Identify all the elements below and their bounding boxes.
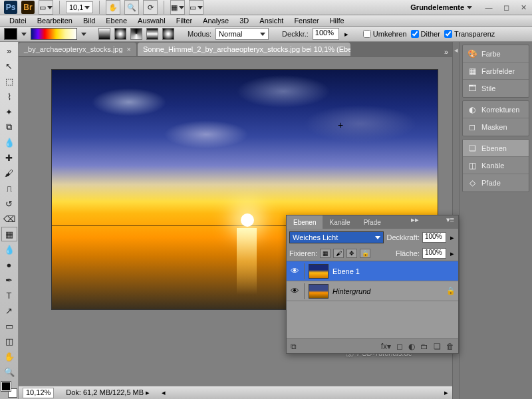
blend-mode-select[interactable]: Normal (215, 28, 269, 40)
gradient-angle[interactable] (130, 28, 142, 40)
adjustment-layer-icon[interactable]: ◐ (408, 342, 415, 351)
reverse-checkbox[interactable]: Umkehren (363, 30, 407, 38)
type-tool[interactable]: T (1, 288, 17, 303)
lock-position-icon[interactable]: ✥ (346, 249, 357, 258)
panel-pfade[interactable]: ◇Pfade (463, 174, 529, 192)
tool-preset-picker[interactable] (4, 28, 17, 40)
crop-tool[interactable]: ⧉ (1, 120, 17, 134)
lasso-tool[interactable]: ⌇ (1, 89, 17, 104)
delete-layer-icon[interactable]: 🗑 (446, 342, 454, 351)
menu-fenster[interactable]: Fenster (289, 17, 324, 25)
layers-tab-pfade[interactable]: Pfade (357, 215, 388, 229)
visibility-toggle-icon[interactable]: 👁 (289, 266, 300, 277)
layer-thumbnail[interactable] (309, 284, 329, 299)
opacity-flyout[interactable]: ▸ (343, 29, 350, 39)
layer-mask-icon[interactable]: ◻ (396, 342, 403, 351)
rotate-view-shortcut[interactable]: ⟳ (143, 0, 158, 15)
tool-preset-arrow[interactable] (21, 33, 27, 36)
layer-row-1[interactable]: 👁 Ebene 1 (287, 261, 458, 281)
layer-opacity-field[interactable]: 100% (422, 232, 446, 243)
move-tool[interactable]: ↖ (1, 59, 17, 73)
panel-stile[interactable]: 🗔Stile (463, 80, 529, 97)
panel-farbe[interactable]: 🎨Farbe (463, 45, 529, 63)
tab-nav-arrows[interactable]: » (440, 48, 452, 56)
panel-masken[interactable]: ◻Masken (463, 118, 529, 136)
window-close[interactable]: ✕ (519, 3, 528, 12)
gradient-reflected[interactable] (146, 28, 158, 40)
lock-all-icon[interactable]: 🔒 (360, 249, 370, 258)
screen-mode-dropdown[interactable]: ▭ (189, 0, 203, 15)
pen-tool[interactable]: ✒ (1, 273, 17, 287)
dither-checkbox[interactable]: Dither (411, 30, 440, 38)
zoom-field[interactable]: 10,1 (66, 1, 93, 13)
hand-tool[interactable]: ✋ (1, 349, 17, 364)
dodge-tool[interactable]: ● (1, 257, 17, 272)
layers-tab-ebenen[interactable]: Ebenen (287, 215, 323, 229)
close-tab-icon[interactable]: × (127, 45, 131, 53)
status-scroll-left[interactable]: ◂ (162, 388, 166, 397)
shape-tool[interactable]: ▭ (1, 319, 17, 333)
layer-fill-field[interactable]: 100% (422, 248, 446, 259)
link-layers-icon[interactable]: ⧉ (291, 342, 297, 351)
menu-bearbeiten[interactable]: Bearbeiten (32, 17, 78, 25)
3d-tool[interactable]: ◫ (1, 334, 17, 348)
arrange-docs-dropdown[interactable]: ▦ (170, 0, 185, 15)
panel-collapse-icon[interactable]: ▸▸ (407, 215, 423, 229)
quick-select-tool[interactable]: ✦ (1, 104, 17, 119)
new-layer-icon[interactable]: ❏ (434, 342, 441, 351)
menu-filter[interactable]: Filter (171, 17, 198, 25)
bridge-icon[interactable]: Br (21, 1, 35, 14)
layer-style-icon[interactable]: fx▾ (381, 342, 391, 351)
panel-korrekturen[interactable]: ◐Korrekturen (463, 101, 529, 118)
layers-tab-kanaele[interactable]: Kanäle (323, 215, 356, 229)
window-maximize[interactable]: ◻ (501, 3, 511, 12)
eraser-tool[interactable]: ⌫ (1, 211, 17, 226)
panel-menu-icon[interactable]: ▾≡ (442, 215, 458, 229)
layer-name[interactable]: Hintergrund (332, 287, 442, 295)
view-layout-dropdown[interactable]: ▭ (39, 0, 53, 15)
layer-name[interactable]: Ebene 1 (332, 267, 456, 275)
gradient-picker-arrow[interactable] (81, 33, 86, 36)
layer-row-bg[interactable]: 👁 Hintergrund 🔒 (287, 281, 458, 301)
document-tab-2[interactable]: Sonne_Himmel_2_by_archaeopteryx_stocks.j… (138, 43, 350, 56)
menu-3d[interactable]: 3D (234, 17, 254, 25)
path-select-tool[interactable]: ↗ (1, 303, 17, 318)
menu-ebene[interactable]: Ebene (100, 17, 132, 25)
status-scroll-right[interactable]: ▸ (444, 388, 448, 397)
menu-bild[interactable]: Bild (78, 17, 100, 25)
gradient-linear[interactable] (98, 28, 110, 40)
fill-flyout-arrow[interactable]: ▸ (449, 248, 456, 259)
panel-kanaele[interactable]: ◫Kanäle (463, 157, 529, 174)
healing-brush-tool[interactable]: ✚ (1, 150, 17, 165)
new-group-icon[interactable]: 🗀 (420, 342, 428, 351)
hand-tool-shortcut[interactable]: ✋ (106, 0, 120, 15)
blend-mode-dropdown[interactable]: Weiches Licht (289, 231, 384, 243)
menu-ansicht[interactable]: Ansicht (254, 17, 289, 25)
menu-auswahl[interactable]: Auswahl (132, 17, 171, 25)
gradient-tool[interactable]: ▦ (1, 227, 17, 241)
menu-hilfe[interactable]: Hilfe (325, 17, 350, 25)
blur-tool[interactable]: 💧 (1, 242, 17, 257)
menu-analyse[interactable]: Analyse (198, 17, 234, 25)
panel-farbfelder[interactable]: ▦Farbfelder (463, 63, 529, 80)
eyedropper-tool[interactable]: 💧 (1, 135, 17, 150)
status-zoom[interactable]: 10,12% (23, 388, 54, 398)
window-minimize[interactable]: — (484, 3, 493, 12)
lock-transparency-icon[interactable]: ▦ (320, 249, 331, 258)
clone-stamp-tool[interactable]: ⎍ (1, 181, 17, 196)
workspace-switcher[interactable]: Grundelemente (406, 1, 476, 14)
gradient-preview[interactable] (31, 28, 77, 40)
visibility-toggle-icon[interactable]: 👁 (289, 286, 300, 297)
marquee-tool[interactable]: ⬚ (1, 74, 17, 88)
status-doc[interactable]: Dok: 61,2 MB/122,5 MB ▸ (66, 388, 150, 397)
layer-thumbnail[interactable] (309, 264, 329, 279)
gradient-diamond[interactable] (162, 28, 174, 40)
menu-datei[interactable]: Datei (4, 17, 32, 25)
opacity-field[interactable]: 100% (313, 28, 339, 40)
brush-tool[interactable]: 🖌 (1, 166, 17, 180)
zoom-tool-shortcut[interactable]: 🔍 (124, 0, 139, 15)
transparency-checkbox[interactable]: Transparenz (444, 30, 495, 38)
foreground-background-colors[interactable] (1, 382, 17, 398)
history-brush-tool[interactable]: ↺ (1, 196, 17, 211)
zoom-tool[interactable]: 🔍 (1, 364, 17, 379)
